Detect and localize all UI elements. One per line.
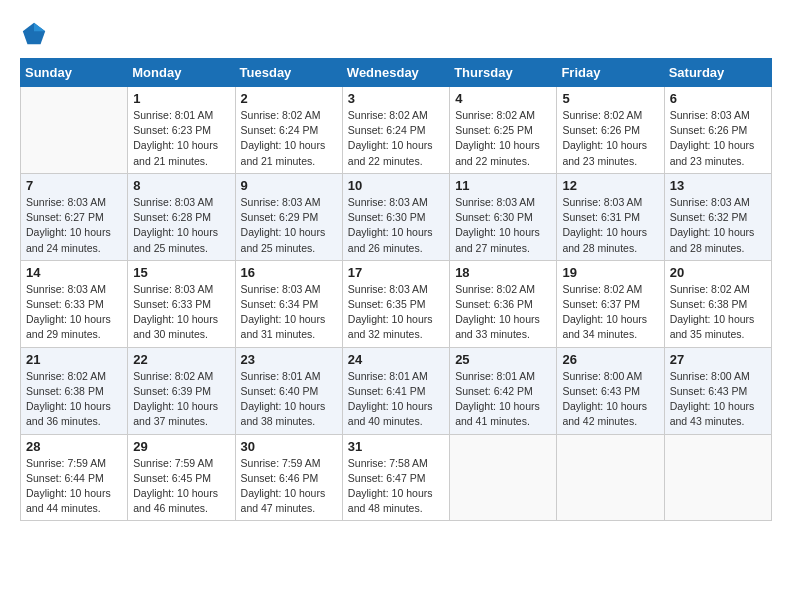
calendar-week-row: 14Sunrise: 8:03 AM Sunset: 6:33 PM Dayli… xyxy=(21,260,772,347)
day-number: 1 xyxy=(133,91,229,106)
day-info: Sunrise: 8:02 AM Sunset: 6:37 PM Dayligh… xyxy=(562,282,658,343)
day-info: Sunrise: 8:00 AM Sunset: 6:43 PM Dayligh… xyxy=(562,369,658,430)
day-number: 7 xyxy=(26,178,122,193)
calendar-cell: 5Sunrise: 8:02 AM Sunset: 6:26 PM Daylig… xyxy=(557,87,664,174)
day-info: Sunrise: 8:03 AM Sunset: 6:28 PM Dayligh… xyxy=(133,195,229,256)
day-number: 9 xyxy=(241,178,337,193)
calendar-cell: 11Sunrise: 8:03 AM Sunset: 6:30 PM Dayli… xyxy=(450,173,557,260)
day-number: 20 xyxy=(670,265,766,280)
day-number: 15 xyxy=(133,265,229,280)
day-info: Sunrise: 8:03 AM Sunset: 6:27 PM Dayligh… xyxy=(26,195,122,256)
calendar-cell xyxy=(664,434,771,521)
calendar-cell: 18Sunrise: 8:02 AM Sunset: 6:36 PM Dayli… xyxy=(450,260,557,347)
calendar-table: SundayMondayTuesdayWednesdayThursdayFrid… xyxy=(20,58,772,521)
calendar-cell: 6Sunrise: 8:03 AM Sunset: 6:26 PM Daylig… xyxy=(664,87,771,174)
calendar-cell: 15Sunrise: 8:03 AM Sunset: 6:33 PM Dayli… xyxy=(128,260,235,347)
calendar-cell: 8Sunrise: 8:03 AM Sunset: 6:28 PM Daylig… xyxy=(128,173,235,260)
day-info: Sunrise: 8:03 AM Sunset: 6:30 PM Dayligh… xyxy=(455,195,551,256)
day-number: 28 xyxy=(26,439,122,454)
svg-marker-1 xyxy=(34,23,45,31)
column-header-monday: Monday xyxy=(128,59,235,87)
day-info: Sunrise: 8:03 AM Sunset: 6:30 PM Dayligh… xyxy=(348,195,444,256)
calendar-cell: 12Sunrise: 8:03 AM Sunset: 6:31 PM Dayli… xyxy=(557,173,664,260)
day-number: 31 xyxy=(348,439,444,454)
day-info: Sunrise: 8:02 AM Sunset: 6:24 PM Dayligh… xyxy=(241,108,337,169)
calendar-cell: 17Sunrise: 8:03 AM Sunset: 6:35 PM Dayli… xyxy=(342,260,449,347)
calendar-cell xyxy=(21,87,128,174)
day-number: 18 xyxy=(455,265,551,280)
day-number: 10 xyxy=(348,178,444,193)
page-header xyxy=(20,20,772,48)
day-number: 29 xyxy=(133,439,229,454)
day-info: Sunrise: 8:03 AM Sunset: 6:31 PM Dayligh… xyxy=(562,195,658,256)
day-number: 8 xyxy=(133,178,229,193)
column-header-sunday: Sunday xyxy=(21,59,128,87)
calendar-cell: 19Sunrise: 8:02 AM Sunset: 6:37 PM Dayli… xyxy=(557,260,664,347)
calendar-cell: 14Sunrise: 8:03 AM Sunset: 6:33 PM Dayli… xyxy=(21,260,128,347)
calendar-cell: 24Sunrise: 8:01 AM Sunset: 6:41 PM Dayli… xyxy=(342,347,449,434)
calendar-cell: 7Sunrise: 8:03 AM Sunset: 6:27 PM Daylig… xyxy=(21,173,128,260)
day-info: Sunrise: 8:00 AM Sunset: 6:43 PM Dayligh… xyxy=(670,369,766,430)
day-number: 2 xyxy=(241,91,337,106)
calendar-cell xyxy=(557,434,664,521)
day-number: 17 xyxy=(348,265,444,280)
day-number: 30 xyxy=(241,439,337,454)
calendar-cell: 23Sunrise: 8:01 AM Sunset: 6:40 PM Dayli… xyxy=(235,347,342,434)
calendar-cell: 27Sunrise: 8:00 AM Sunset: 6:43 PM Dayli… xyxy=(664,347,771,434)
day-number: 26 xyxy=(562,352,658,367)
calendar-cell: 4Sunrise: 8:02 AM Sunset: 6:25 PM Daylig… xyxy=(450,87,557,174)
calendar-cell: 1Sunrise: 8:01 AM Sunset: 6:23 PM Daylig… xyxy=(128,87,235,174)
day-info: Sunrise: 7:58 AM Sunset: 6:47 PM Dayligh… xyxy=(348,456,444,517)
calendar-cell: 2Sunrise: 8:02 AM Sunset: 6:24 PM Daylig… xyxy=(235,87,342,174)
column-header-saturday: Saturday xyxy=(664,59,771,87)
calendar-cell: 20Sunrise: 8:02 AM Sunset: 6:38 PM Dayli… xyxy=(664,260,771,347)
calendar-cell: 13Sunrise: 8:03 AM Sunset: 6:32 PM Dayli… xyxy=(664,173,771,260)
day-number: 4 xyxy=(455,91,551,106)
calendar-cell xyxy=(450,434,557,521)
day-number: 13 xyxy=(670,178,766,193)
day-number: 14 xyxy=(26,265,122,280)
day-number: 25 xyxy=(455,352,551,367)
logo-icon xyxy=(20,20,48,48)
day-info: Sunrise: 8:01 AM Sunset: 6:40 PM Dayligh… xyxy=(241,369,337,430)
calendar-cell: 3Sunrise: 8:02 AM Sunset: 6:24 PM Daylig… xyxy=(342,87,449,174)
day-info: Sunrise: 8:02 AM Sunset: 6:36 PM Dayligh… xyxy=(455,282,551,343)
day-info: Sunrise: 8:02 AM Sunset: 6:25 PM Dayligh… xyxy=(455,108,551,169)
day-number: 22 xyxy=(133,352,229,367)
day-info: Sunrise: 8:02 AM Sunset: 6:24 PM Dayligh… xyxy=(348,108,444,169)
day-number: 16 xyxy=(241,265,337,280)
day-info: Sunrise: 8:01 AM Sunset: 6:42 PM Dayligh… xyxy=(455,369,551,430)
logo xyxy=(20,20,50,48)
calendar-cell: 26Sunrise: 8:00 AM Sunset: 6:43 PM Dayli… xyxy=(557,347,664,434)
day-info: Sunrise: 8:01 AM Sunset: 6:23 PM Dayligh… xyxy=(133,108,229,169)
calendar-cell: 30Sunrise: 7:59 AM Sunset: 6:46 PM Dayli… xyxy=(235,434,342,521)
calendar-cell: 29Sunrise: 7:59 AM Sunset: 6:45 PM Dayli… xyxy=(128,434,235,521)
day-info: Sunrise: 7:59 AM Sunset: 6:44 PM Dayligh… xyxy=(26,456,122,517)
day-number: 27 xyxy=(670,352,766,367)
calendar-week-row: 28Sunrise: 7:59 AM Sunset: 6:44 PM Dayli… xyxy=(21,434,772,521)
day-number: 5 xyxy=(562,91,658,106)
day-info: Sunrise: 8:02 AM Sunset: 6:26 PM Dayligh… xyxy=(562,108,658,169)
column-header-wednesday: Wednesday xyxy=(342,59,449,87)
day-info: Sunrise: 8:03 AM Sunset: 6:29 PM Dayligh… xyxy=(241,195,337,256)
day-number: 11 xyxy=(455,178,551,193)
calendar-cell: 10Sunrise: 8:03 AM Sunset: 6:30 PM Dayli… xyxy=(342,173,449,260)
calendar-cell: 31Sunrise: 7:58 AM Sunset: 6:47 PM Dayli… xyxy=(342,434,449,521)
day-info: Sunrise: 8:03 AM Sunset: 6:34 PM Dayligh… xyxy=(241,282,337,343)
day-info: Sunrise: 8:01 AM Sunset: 6:41 PM Dayligh… xyxy=(348,369,444,430)
day-info: Sunrise: 8:03 AM Sunset: 6:35 PM Dayligh… xyxy=(348,282,444,343)
calendar-week-row: 1Sunrise: 8:01 AM Sunset: 6:23 PM Daylig… xyxy=(21,87,772,174)
calendar-week-row: 21Sunrise: 8:02 AM Sunset: 6:38 PM Dayli… xyxy=(21,347,772,434)
calendar-cell: 22Sunrise: 8:02 AM Sunset: 6:39 PM Dayli… xyxy=(128,347,235,434)
day-number: 3 xyxy=(348,91,444,106)
day-number: 24 xyxy=(348,352,444,367)
day-number: 19 xyxy=(562,265,658,280)
calendar-cell: 9Sunrise: 8:03 AM Sunset: 6:29 PM Daylig… xyxy=(235,173,342,260)
calendar-cell: 16Sunrise: 8:03 AM Sunset: 6:34 PM Dayli… xyxy=(235,260,342,347)
column-header-tuesday: Tuesday xyxy=(235,59,342,87)
day-info: Sunrise: 8:03 AM Sunset: 6:26 PM Dayligh… xyxy=(670,108,766,169)
calendar-cell: 21Sunrise: 8:02 AM Sunset: 6:38 PM Dayli… xyxy=(21,347,128,434)
day-info: Sunrise: 7:59 AM Sunset: 6:45 PM Dayligh… xyxy=(133,456,229,517)
day-info: Sunrise: 8:03 AM Sunset: 6:33 PM Dayligh… xyxy=(133,282,229,343)
day-info: Sunrise: 8:02 AM Sunset: 6:38 PM Dayligh… xyxy=(26,369,122,430)
